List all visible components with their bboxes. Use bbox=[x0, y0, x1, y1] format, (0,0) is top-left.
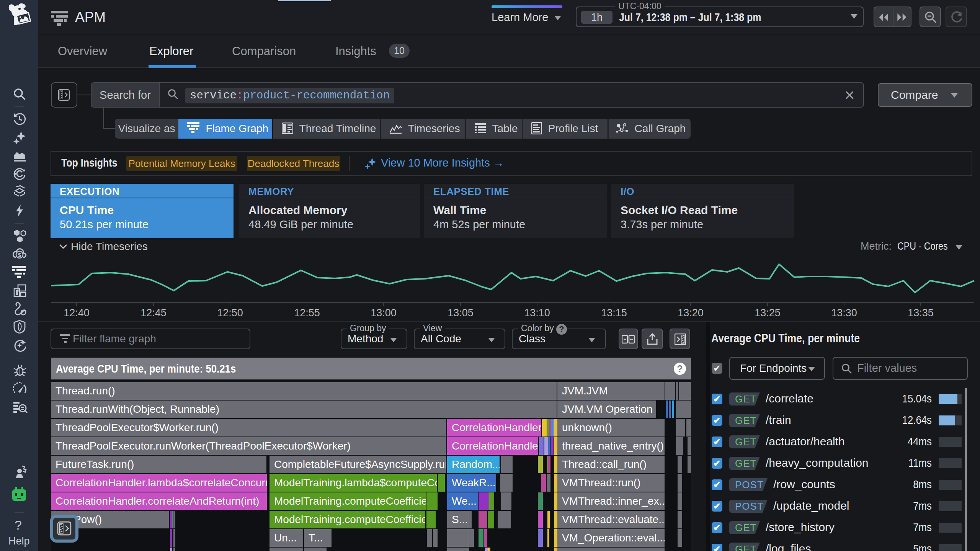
svg-text:$: $ bbox=[18, 252, 21, 258]
svg-text:13:30: 13:30 bbox=[831, 307, 857, 319]
svg-text:12:40: 12:40 bbox=[64, 307, 90, 319]
svg-text:13:00: 13:00 bbox=[371, 307, 397, 319]
svg-text:13:10: 13:10 bbox=[524, 307, 550, 319]
svg-text:13:20: 13:20 bbox=[678, 307, 704, 319]
svg-text:12:45: 12:45 bbox=[140, 307, 167, 319]
svg-text:12:50: 12:50 bbox=[217, 307, 243, 319]
svg-text:13:35: 13:35 bbox=[908, 307, 934, 319]
svg-text:13:15: 13:15 bbox=[601, 307, 627, 319]
svg-text:12:55: 12:55 bbox=[294, 307, 320, 319]
svg-text:13:25: 13:25 bbox=[755, 307, 781, 319]
svg-text:13:05: 13:05 bbox=[448, 307, 474, 319]
